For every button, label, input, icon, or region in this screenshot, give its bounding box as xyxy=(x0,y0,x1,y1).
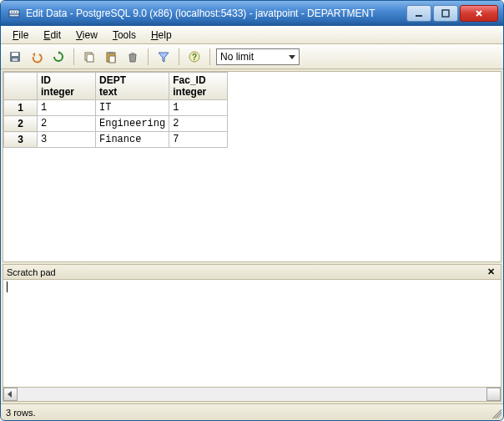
svg-rect-8 xyxy=(12,53,18,56)
status-text: 3 rows. xyxy=(6,408,35,418)
row-header[interactable]: 1 xyxy=(4,100,38,116)
menu-edit[interactable]: Edit xyxy=(37,28,68,43)
delete-icon[interactable] xyxy=(123,48,142,66)
svg-rect-3 xyxy=(13,12,15,13)
svg-rect-2 xyxy=(11,12,13,13)
separator xyxy=(148,48,149,65)
undo-icon[interactable] xyxy=(28,48,46,66)
table-row[interactable]: 1 1 IT 1 xyxy=(4,100,228,116)
cell[interactable]: Engineering xyxy=(96,116,169,132)
cell[interactable]: Finance xyxy=(96,132,169,148)
cell[interactable]: 3 xyxy=(38,132,96,148)
cell[interactable]: 1 xyxy=(169,100,228,116)
maximize-button[interactable] xyxy=(433,5,458,22)
statusbar: 3 rows. xyxy=(1,403,503,420)
scratch-close-icon[interactable]: ✕ xyxy=(485,266,497,277)
column-header-dept[interactable]: DEPTtext xyxy=(96,73,169,100)
titlebar[interactable]: Edit Data - PostgreSQL 9.0 (x86) (localh… xyxy=(1,1,503,26)
data-grid-area[interactable]: IDinteger DEPTtext Fac_IDinteger 1 1 IT … xyxy=(3,71,501,262)
window-title: Edit Data - PostgreSQL 9.0 (x86) (localh… xyxy=(26,8,406,19)
save-icon[interactable] xyxy=(6,48,24,66)
minimize-button[interactable] xyxy=(406,5,431,22)
grid-corner[interactable] xyxy=(4,73,38,100)
svg-text:?: ? xyxy=(192,53,197,62)
svg-rect-5 xyxy=(416,15,422,17)
menubar: File Edit View Tools Help xyxy=(1,26,503,44)
resize-grip-icon[interactable] xyxy=(490,407,501,418)
svg-rect-6 xyxy=(442,10,449,17)
cell[interactable]: 1 xyxy=(38,100,96,116)
menu-view[interactable]: View xyxy=(69,28,104,43)
cell[interactable]: 7 xyxy=(169,132,228,148)
svg-rect-13 xyxy=(108,52,113,54)
filter-icon[interactable] xyxy=(154,48,173,66)
scroll-left-icon[interactable] xyxy=(8,391,12,398)
scratch-pad-text[interactable] xyxy=(3,279,501,388)
cell[interactable]: 2 xyxy=(38,116,96,132)
toolbar: ? No limit xyxy=(1,44,503,69)
menu-help[interactable]: Help xyxy=(144,28,179,43)
paste-icon[interactable] xyxy=(102,48,120,66)
scroll-right-icon[interactable] xyxy=(492,391,496,398)
column-header-id[interactable]: IDinteger xyxy=(38,73,96,100)
svg-rect-1 xyxy=(9,14,19,17)
separator xyxy=(73,48,74,65)
scratch-pad-header[interactable]: Scratch pad ✕ xyxy=(3,264,501,279)
svg-rect-4 xyxy=(16,12,18,13)
help-icon[interactable]: ? xyxy=(185,48,204,66)
cell[interactable]: IT xyxy=(96,100,169,116)
svg-rect-9 xyxy=(13,58,18,61)
row-limit-select[interactable]: No limit xyxy=(216,48,300,65)
row-header[interactable]: 3 xyxy=(4,132,38,148)
column-header-facid[interactable]: Fac_IDinteger xyxy=(169,73,228,100)
data-grid[interactable]: IDinteger DEPTtext Fac_IDinteger 1 1 IT … xyxy=(3,72,228,148)
app-icon xyxy=(8,7,21,20)
refresh-icon[interactable] xyxy=(49,48,68,66)
scratch-pad-pane: Scratch pad ✕ xyxy=(3,264,501,402)
menu-file[interactable]: File xyxy=(6,28,35,43)
app-window: Edit Data - PostgreSQL 9.0 (x86) (localh… xyxy=(0,0,504,421)
scratch-horizontal-scrollbar[interactable] xyxy=(3,388,501,402)
table-row[interactable]: 2 2 Engineering 2 xyxy=(4,116,228,132)
svg-rect-15 xyxy=(131,53,134,54)
close-button[interactable] xyxy=(460,5,498,22)
separator xyxy=(209,48,210,65)
row-header[interactable]: 2 xyxy=(4,116,38,132)
copy-icon[interactable] xyxy=(80,48,98,66)
svg-rect-11 xyxy=(87,54,93,62)
table-row[interactable]: 3 3 Finance 7 xyxy=(4,132,228,148)
cell[interactable]: 2 xyxy=(169,116,228,132)
separator xyxy=(179,48,179,65)
scratch-pad-title: Scratch pad xyxy=(7,267,56,277)
row-limit-value: No limit xyxy=(220,51,254,63)
svg-rect-14 xyxy=(109,56,115,63)
menu-tools[interactable]: Tools xyxy=(106,28,143,43)
